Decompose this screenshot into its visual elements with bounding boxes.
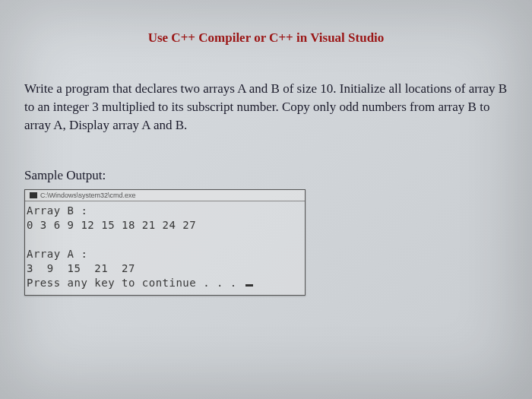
- console-line: 3 9 15 21 27: [27, 262, 135, 274]
- problem-statement: Write a program that declares two arrays…: [24, 80, 508, 134]
- console-title-path: C:\Windows\system32\cmd.exe: [40, 192, 136, 199]
- console-line: 0 3 6 9 12 15 18 21 24 27: [27, 219, 196, 231]
- cursor-icon: [245, 284, 253, 287]
- console-body: Array B : 0 3 6 9 12 15 18 21 24 27 Arra…: [25, 201, 305, 294]
- page-title: Use C++ Compiler or C++ in Visual Studio: [24, 30, 508, 46]
- console-line: Array A :: [27, 248, 87, 260]
- console-line: Array B :: [27, 204, 87, 217]
- console-line: Press any key to continue . . .: [27, 277, 244, 289]
- cmd-icon: [30, 192, 37, 198]
- sample-output-label: Sample Output:: [24, 168, 508, 183]
- console-window: C:\Windows\system32\cmd.exe Array B : 0 …: [24, 189, 306, 295]
- console-titlebar: C:\Windows\system32\cmd.exe: [25, 190, 305, 201]
- document-page: Use C++ Compiler or C++ in Visual Studio…: [24, 30, 508, 376]
